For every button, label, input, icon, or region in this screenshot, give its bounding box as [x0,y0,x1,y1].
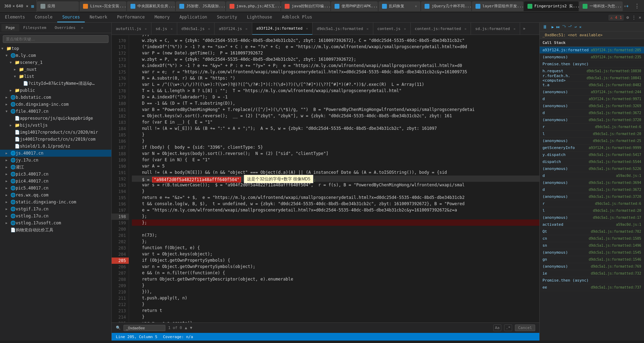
editor-tab-autofill[interactable]: autofill.js ✕ [112,23,151,35]
code-line[interactable]: var s = r(B.toLowerCase()); $ = "a984f2d… [132,182,539,188]
stack-item[interactable]: dispatchd9dc5a1.js:formatted:5544 [540,158,644,165]
code-line[interactable]: }), [132,35,539,37]
browser-tab-3[interactable]: 中央国家机关住房... ✕ [127,1,175,11]
tree-item-list[interactable]: ▼ 📁 list [0,73,111,80]
editor-tab-close[interactable]: ✕ [367,27,369,31]
stack-item[interactable]: Promise.then (async) [540,61,644,68]
tree-item-vstlog17usoft[interactable]: ▶ 🌐 vstlog.17usoft.com [0,219,111,226]
more-sub-tabs[interactable]: » [81,25,83,30]
sub-tab-filesystem[interactable]: Filesystem [19,24,51,31]
code-line[interactable]: } [132,132,539,138]
code-line[interactable]: for (var E in __) { E = "1" [132,119,539,125]
code-line[interactable] [132,226,539,232]
stack-item[interactable]: rd9dc5a1.js:formatted:6 [540,124,644,131]
tree-item-js40017cn[interactable]: ▶ 🌐 js.40017.cn [0,150,111,157]
stack-item[interactable]: (anonymous)d9dc5a1.js:formatted:17 [540,214,644,221]
search-input[interactable] [3,35,108,43]
search-next-button[interactable]: ▼ [190,326,192,330]
code-line[interactable]: return Object.getOwnPropertyDescriptor(o… [132,276,539,282]
code-line[interactable]: T = L && L.length > 8 ? L[8] : ""; T = "… [132,88,539,94]
tree-item-quickapp[interactable]: ▶ 📄 appresource/js/quickappbridge [0,115,111,122]
browser-tab-7[interactable]: 使用PHP进行APK... ✕ [331,1,378,11]
editor-tab-close[interactable]: ✕ [464,27,466,31]
stack-item[interactable]: dd9dc5a1.js:formatted:3672 [540,186,644,193]
code-line[interactable]: w.zbyk = C, w = {zbyk: "d0dc25d4-5535-40… [132,37,539,44]
tree-item-nuxt[interactable]: ▶ 📁 _nuxt [0,66,111,73]
code-line[interactable]: n(73); [132,232,539,238]
tree-item-vstgif[interactable]: ▶ 🌐 vstgif.17u.cn [0,206,111,212]
tree-item-shield[interactable]: ▶ 📄 shield/1.0.1/prod/sz [0,143,111,150]
editor-tab-close[interactable]: ✕ [171,27,173,31]
code-line[interactable]: e && (n = n.filter((function(e) { [132,270,539,276]
code-line[interactable]: if (Object.getOwnPropertySymbols) { [132,257,539,263]
code-line[interactable]: D = A.indexOf("labrador"); D = -1 [132,94,539,100]
browser-tab-9[interactable]: jQuery几十种不同... ✕ [421,1,471,11]
stack-item[interactable]: rd9dc5a1.js:formatted:6 [540,200,644,207]
stack-item[interactable]: r.forEach.h.<computed>d9dc5a1.js:formatt… [540,75,644,82]
stack-item[interactable]: (anonymous)d9dc5a1.js:formatted:1545 [540,249,644,256]
code-line[interactable]: } [132,138,539,144]
tree-item-shopping[interactable]: ▶ 📄 购物党自动比价工具 [0,226,111,233]
editor-tab-content-formatted[interactable]: content.js:formatted ✕ [411,23,471,35]
tab-lighthouse[interactable]: Lighthouse [242,13,277,22]
editor-tab-a93f124-formatted[interactable]: a93f124.js:formatted ✕ [252,23,313,35]
tree-item-mly[interactable]: ▼ 🌐 m.ly.com [0,52,111,59]
stack-item[interactable]: (anonymous)d9dc5a1.js:formatted:3720 [540,193,644,200]
code-line[interactable]: D == -1 && (D = (T = T.substring(D)), [132,100,539,106]
tree-item-pic4[interactable]: ▶ 🌐 pic4.40017.cn [0,178,111,185]
editor-tab-close[interactable]: ✕ [404,27,406,31]
sub-tab-overrides[interactable]: Overrides [51,24,80,31]
tree-item-scenery[interactable]: ▼ 📁 scenery_1 [0,59,111,66]
editor-tab-d9dc5a1[interactable]: d9dc5a1.js ✕ [177,23,215,35]
stack-item[interactable]: t.ad9dc5a1.js:formatted:8482 [540,82,644,89]
stack-item[interactable]: gnd9dc5a1.js:formatted:1546 [540,256,644,263]
browser-tab-2[interactable]: Linux—完全安装... ✕ [80,1,126,11]
match-case-button[interactable]: Aa [493,325,501,331]
stack-item[interactable]: Promise.then (async) [540,277,644,284]
stack-item[interactable]: ied9dc5a1.js:formatted:732 [540,270,644,277]
tree-item-pic3[interactable]: ▶ 🌐 pic3.40017.cn [0,171,111,178]
tree-item-cdn-dx[interactable]: ▶ 🌐 cdn.dingxiang-inc.com [0,101,111,108]
browser-tab-5[interactable]: java,php,js;AES互... ✕ [226,1,280,11]
stack-item[interactable]: dd9dc5a1.js:formatted:3672 [540,110,644,117]
stack-item[interactable]: eed9dc5a1.js:formatted:737 [540,284,644,291]
tree-item-public[interactable]: ▶ 📁 public [0,87,111,94]
tree-item-jy17u[interactable]: ▶ 🌐 jy.17u.cn [0,157,111,164]
settings-icon[interactable]: ⚙ [627,15,629,20]
stack-item[interactable]: (anonymous)a93f124.js:formatted:244 [540,89,644,96]
stack-item[interactable]: (anonymous)d9dc5a1.js:formatted:3694 [540,179,644,186]
close-devtools-icon[interactable]: ✕ [639,15,641,20]
more-icon[interactable]: ⋮ [632,15,636,20]
tree-item-js40017[interactable]: ▶ 📄 js40017cnproduct/cn/s/2019/com [0,136,111,143]
tab-performance[interactable]: Performance [112,13,150,22]
code-line[interactable]: } [132,188,539,194]
code-line[interactable]: }; [132,213,539,219]
code-line[interactable]: var r = e; r = "https://m.ly.com/wlfront… [132,69,539,75]
tab-memory[interactable]: Memory [150,13,174,22]
code-line[interactable]: var P = (new Date).getTime(); P = 161009… [132,50,539,56]
code-line[interactable]: var t = Object.keys(object); [132,251,539,257]
stack-item[interactable]: ld9dc5a1.js:formatted:20 [540,207,644,214]
code-line[interactable]: if (body) { body = {sid: "3396", clientT… [132,144,539,150]
code-line[interactable]: return t [132,307,539,314]
device-toggle[interactable]: ⊞ [31,3,34,9]
stack-item[interactable]: getSceneryInfoa93f124.js:formatted:9999 [540,144,644,151]
tree-item-file40017[interactable]: ▼ 🌐 file.40017.cn [0,108,111,115]
code-line[interactable]: }; [132,219,539,226]
stack-item[interactable]: (anonymous)d9dc5a1.js:formatted:769 [540,263,644,270]
tabs-menu-button[interactable]: ⋮ [631,3,643,9]
code-line[interactable]: var B = "PoweredByChenMingHong" + T.repl… [132,106,539,113]
code-line[interactable]: R = A.substr(0, r) && (R = "https: ") [132,75,539,81]
code-line[interactable]: var n = Object.getOwnPropertySymbols(obj… [132,263,539,270]
stack-item[interactable]: da59ac0d.js:1 [540,172,644,179]
stack-item[interactable]: (anonymous)d9dc5a1.js:formatted:3269 [540,103,644,110]
editor-tab-close[interactable]: ✕ [208,27,210,31]
tab-close-8[interactable]: ✕ [415,4,417,8]
stack-item[interactable]: a93f124.js:formatteda93f124.js:formatted… [540,47,644,54]
code-line[interactable]: ("indexOf"("%")) > -1 ? e += "sx=" + C :… [132,44,539,50]
tree-item-bijs[interactable]: ▶ 📁 bijs/vstljs [0,122,111,129]
tab-application[interactable]: Application [174,13,212,22]
editor-tab-d9dc5a1-formatted[interactable]: d9dc5a1.js:formatted ✕ [313,23,373,35]
tab-adblock[interactable]: Adblock Plus [277,13,317,22]
tree-item-reswx[interactable]: ▶ 🌐 res.wx.qq.com [0,192,111,199]
